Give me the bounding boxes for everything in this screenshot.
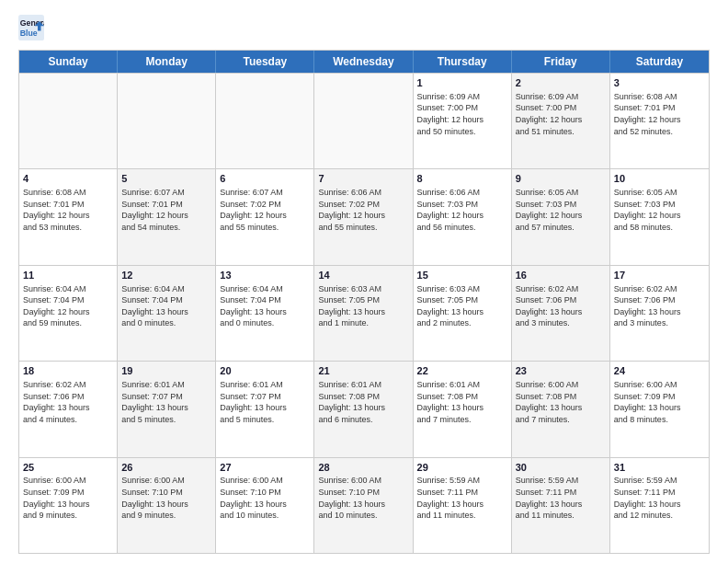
day-number: 15	[417, 269, 507, 282]
day-info: Sunrise: 6:01 AM Sunset: 7:08 PM Dayligh…	[318, 379, 408, 425]
day-info: Sunrise: 5:59 AM Sunset: 7:11 PM Dayligh…	[516, 475, 606, 521]
weekday-header: Saturday	[610, 51, 709, 73]
day-info: Sunrise: 6:04 AM Sunset: 7:04 PM Dayligh…	[23, 283, 113, 329]
day-info: Sunrise: 6:00 AM Sunset: 7:09 PM Dayligh…	[614, 379, 705, 425]
day-number: 2	[516, 76, 606, 90]
calendar-cell: 21Sunrise: 6:01 AM Sunset: 7:08 PM Dayli…	[314, 362, 413, 456]
day-number: 21	[318, 364, 408, 378]
calendar-row: 25Sunrise: 6:00 AM Sunset: 7:09 PM Dayli…	[19, 457, 709, 553]
day-info: Sunrise: 6:00 AM Sunset: 7:09 PM Dayligh…	[23, 475, 113, 521]
calendar-cell: 30Sunrise: 5:59 AM Sunset: 7:11 PM Dayli…	[512, 458, 610, 553]
calendar-row: 1Sunrise: 6:09 AM Sunset: 7:00 PM Daylig…	[19, 73, 709, 168]
day-number: 10	[614, 172, 705, 186]
calendar-cell: 5Sunrise: 6:07 AM Sunset: 7:01 PM Daylig…	[118, 169, 216, 264]
calendar-cell	[118, 74, 216, 168]
day-info: Sunrise: 5:59 AM Sunset: 7:11 PM Dayligh…	[614, 475, 705, 521]
calendar-cell: 1Sunrise: 6:09 AM Sunset: 7:00 PM Daylig…	[414, 74, 512, 168]
calendar-cell	[314, 74, 413, 168]
calendar-cell: 20Sunrise: 6:01 AM Sunset: 7:07 PM Dayli…	[216, 362, 314, 456]
calendar-cell	[216, 74, 314, 168]
day-info: Sunrise: 6:03 AM Sunset: 7:05 PM Dayligh…	[417, 283, 507, 329]
calendar-cell: 10Sunrise: 6:05 AM Sunset: 7:03 PM Dayli…	[610, 169, 709, 264]
logo: General Blue	[18, 15, 51, 40]
calendar-cell: 26Sunrise: 6:00 AM Sunset: 7:10 PM Dayli…	[118, 458, 216, 553]
weekday-header: Wednesday	[314, 51, 413, 73]
weekday-header: Friday	[512, 51, 610, 73]
day-number: 8	[417, 172, 507, 186]
calendar-cell	[19, 74, 118, 168]
day-number: 31	[614, 461, 705, 475]
header: General Blue	[18, 15, 710, 40]
day-number: 24	[614, 364, 705, 378]
day-info: Sunrise: 6:09 AM Sunset: 7:00 PM Dayligh…	[417, 91, 507, 137]
day-info: Sunrise: 6:00 AM Sunset: 7:08 PM Dayligh…	[516, 379, 606, 425]
day-info: Sunrise: 5:59 AM Sunset: 7:11 PM Dayligh…	[417, 475, 507, 521]
calendar-row: 11Sunrise: 6:04 AM Sunset: 7:04 PM Dayli…	[19, 265, 709, 361]
calendar-cell: 11Sunrise: 6:04 AM Sunset: 7:04 PM Dayli…	[19, 266, 118, 361]
day-number: 6	[220, 172, 310, 186]
calendar-cell: 19Sunrise: 6:01 AM Sunset: 7:07 PM Dayli…	[118, 362, 216, 456]
day-number: 13	[220, 269, 310, 282]
day-number: 25	[23, 461, 113, 475]
day-number: 11	[23, 269, 113, 282]
calendar-cell: 16Sunrise: 6:02 AM Sunset: 7:06 PM Dayli…	[512, 266, 610, 361]
day-number: 4	[23, 172, 113, 186]
calendar: SundayMondayTuesdayWednesdayThursdayFrid…	[18, 50, 710, 554]
day-info: Sunrise: 6:03 AM Sunset: 7:05 PM Dayligh…	[318, 283, 408, 329]
calendar-cell: 4Sunrise: 6:08 AM Sunset: 7:01 PM Daylig…	[19, 169, 118, 264]
day-number: 26	[121, 461, 211, 475]
calendar-cell: 29Sunrise: 5:59 AM Sunset: 7:11 PM Dayli…	[414, 458, 512, 553]
calendar-cell: 15Sunrise: 6:03 AM Sunset: 7:05 PM Dayli…	[414, 266, 512, 361]
calendar-row: 18Sunrise: 6:02 AM Sunset: 7:06 PM Dayli…	[19, 361, 709, 456]
day-info: Sunrise: 6:06 AM Sunset: 7:02 PM Dayligh…	[318, 187, 408, 233]
svg-text:Blue: Blue	[20, 29, 38, 38]
day-number: 16	[516, 269, 606, 282]
day-info: Sunrise: 6:02 AM Sunset: 7:06 PM Dayligh…	[614, 283, 705, 329]
page: General Blue SundayMondayTuesdayWednesda…	[0, 0, 728, 563]
day-info: Sunrise: 6:01 AM Sunset: 7:07 PM Dayligh…	[220, 379, 310, 425]
calendar-cell: 31Sunrise: 5:59 AM Sunset: 7:11 PM Dayli…	[610, 458, 709, 553]
day-info: Sunrise: 6:08 AM Sunset: 7:01 PM Dayligh…	[23, 187, 113, 233]
calendar-cell: 2Sunrise: 6:09 AM Sunset: 7:00 PM Daylig…	[512, 74, 610, 168]
weekday-header: Tuesday	[216, 51, 314, 73]
day-info: Sunrise: 6:02 AM Sunset: 7:06 PM Dayligh…	[516, 283, 606, 329]
calendar-header: SundayMondayTuesdayWednesdayThursdayFrid…	[19, 51, 709, 73]
day-info: Sunrise: 6:06 AM Sunset: 7:03 PM Dayligh…	[417, 187, 507, 233]
day-number: 9	[516, 172, 606, 186]
calendar-cell: 24Sunrise: 6:00 AM Sunset: 7:09 PM Dayli…	[610, 362, 709, 456]
day-number: 17	[614, 269, 705, 282]
logo-icon: General Blue	[18, 15, 44, 40]
calendar-cell: 17Sunrise: 6:02 AM Sunset: 7:06 PM Dayli…	[610, 266, 709, 361]
calendar-body: 1Sunrise: 6:09 AM Sunset: 7:00 PM Daylig…	[19, 73, 709, 553]
weekday-header: Sunday	[19, 51, 118, 73]
day-number: 7	[318, 172, 408, 186]
day-info: Sunrise: 6:08 AM Sunset: 7:01 PM Dayligh…	[614, 91, 705, 137]
calendar-cell: 27Sunrise: 6:00 AM Sunset: 7:10 PM Dayli…	[216, 458, 314, 553]
day-info: Sunrise: 6:00 AM Sunset: 7:10 PM Dayligh…	[220, 475, 310, 521]
day-number: 1	[417, 76, 507, 90]
calendar-cell: 25Sunrise: 6:00 AM Sunset: 7:09 PM Dayli…	[19, 458, 118, 553]
day-info: Sunrise: 6:05 AM Sunset: 7:03 PM Dayligh…	[516, 187, 606, 233]
calendar-row: 4Sunrise: 6:08 AM Sunset: 7:01 PM Daylig…	[19, 168, 709, 264]
calendar-cell: 18Sunrise: 6:02 AM Sunset: 7:06 PM Dayli…	[19, 362, 118, 456]
day-number: 3	[614, 76, 705, 90]
day-info: Sunrise: 6:02 AM Sunset: 7:06 PM Dayligh…	[23, 379, 113, 425]
day-number: 18	[23, 364, 113, 378]
day-info: Sunrise: 6:07 AM Sunset: 7:01 PM Dayligh…	[121, 187, 211, 233]
day-info: Sunrise: 6:00 AM Sunset: 7:10 PM Dayligh…	[318, 475, 408, 521]
day-number: 19	[121, 364, 211, 378]
day-number: 14	[318, 269, 408, 282]
day-number: 30	[516, 461, 606, 475]
day-info: Sunrise: 6:09 AM Sunset: 7:00 PM Dayligh…	[516, 91, 606, 137]
calendar-cell: 6Sunrise: 6:07 AM Sunset: 7:02 PM Daylig…	[216, 169, 314, 264]
day-info: Sunrise: 6:07 AM Sunset: 7:02 PM Dayligh…	[220, 187, 310, 233]
calendar-cell: 14Sunrise: 6:03 AM Sunset: 7:05 PM Dayli…	[314, 266, 413, 361]
day-number: 28	[318, 461, 408, 475]
weekday-header: Thursday	[414, 51, 512, 73]
day-info: Sunrise: 6:04 AM Sunset: 7:04 PM Dayligh…	[220, 283, 310, 329]
day-info: Sunrise: 6:04 AM Sunset: 7:04 PM Dayligh…	[121, 283, 211, 329]
day-info: Sunrise: 6:05 AM Sunset: 7:03 PM Dayligh…	[614, 187, 705, 233]
calendar-cell: 28Sunrise: 6:00 AM Sunset: 7:10 PM Dayli…	[314, 458, 413, 553]
day-info: Sunrise: 6:00 AM Sunset: 7:10 PM Dayligh…	[121, 475, 211, 521]
day-number: 23	[516, 364, 606, 378]
